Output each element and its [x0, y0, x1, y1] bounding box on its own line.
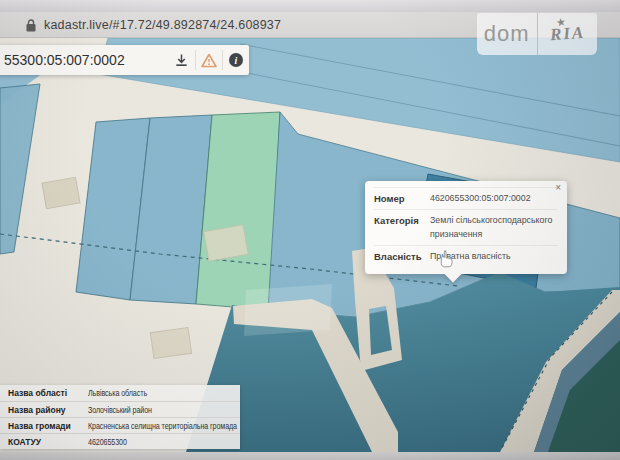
- panel-row-oblast: Назва області Львівська область: [0, 385, 240, 401]
- parcel-search-box[interactable]: i: [0, 45, 249, 75]
- building-2: [204, 225, 249, 261]
- panel-row-raion: Назва району Золочівський район: [0, 401, 240, 417]
- search-input[interactable]: [0, 52, 168, 68]
- watermark-ria: ★ RIA: [538, 13, 598, 55]
- info-icon: i: [229, 53, 243, 67]
- close-icon[interactable]: ×: [555, 183, 561, 193]
- screen-bottom-bezel: [0, 452, 620, 460]
- popup-row-number: Номер 4620655300:05:007:0002: [374, 187, 558, 209]
- parcel-highlight-faint: [244, 284, 332, 336]
- url-text[interactable]: kadastr.live/#17.72/49.892874/24.608937: [44, 18, 281, 32]
- popup-row-ownership: Власність Приватна власність: [374, 245, 558, 267]
- parcel-info-popup: × Номер 4620655300:05:007:0002 Категорія…: [365, 181, 567, 274]
- building-1: [42, 177, 80, 209]
- download-icon: [174, 53, 189, 68]
- hand-cursor-icon: [438, 250, 454, 268]
- parcel-category: Землі сільськогосподарського призначення: [430, 214, 553, 241]
- photographed-screen: kadastr.live/#17.72/49.892874/24.608937 …: [0, 0, 620, 460]
- browser-tab-strip: [0, 0, 620, 12]
- panel-row-hromada: Назва громади Красненська селищна терито…: [0, 417, 240, 433]
- info-button[interactable]: i: [222, 50, 249, 70]
- building-3: [150, 327, 191, 358]
- dom-ria-watermark: dom ★ RIA: [477, 13, 597, 55]
- panel-row-koatuu: КОАТУУ 4620655300: [0, 433, 240, 449]
- parcel-number: 4620655300:05:007:0002: [430, 192, 553, 205]
- cadastral-map[interactable]: i × Номер 4620655300:05:007:0002 Категор…: [0, 38, 620, 452]
- warning-button[interactable]: [195, 50, 222, 70]
- popup-row-category: Категорія Землі сільськогосподарського п…: [374, 209, 558, 245]
- admin-info-panel: Назва області Львівська область Назва ра…: [0, 385, 240, 449]
- lock-icon: [26, 18, 36, 31]
- warning-icon: [201, 53, 217, 68]
- watermark-dom: dom: [477, 13, 538, 55]
- download-button[interactable]: [168, 50, 195, 70]
